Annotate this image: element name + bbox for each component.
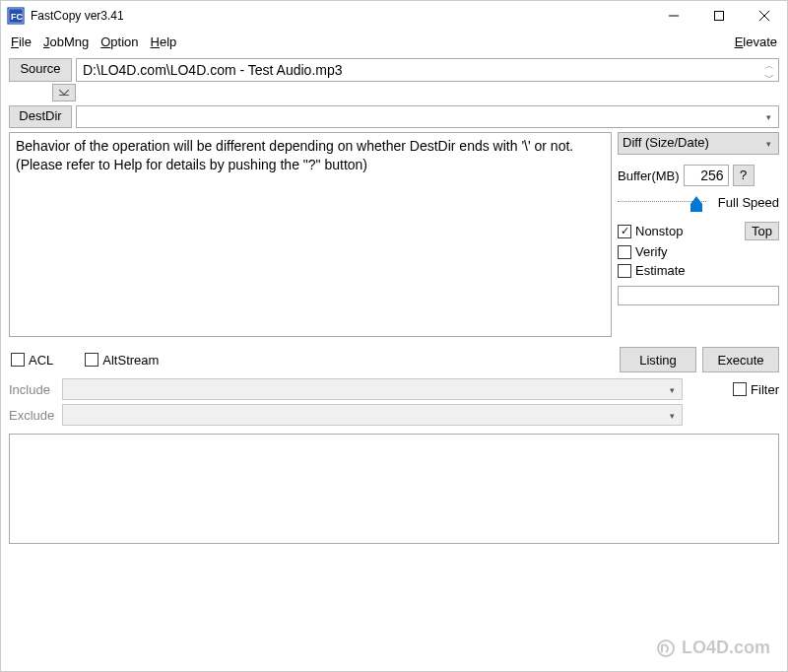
minimize-button[interactable] [651, 1, 696, 31]
source-value: D:\LO4D.com\LO4D.com - Test Audio.mp3 [83, 62, 343, 78]
info-line2: (Please refer to Help for details by pus… [16, 156, 605, 174]
mode-value: Diff (Size/Date) [623, 135, 709, 150]
menu-jobmng[interactable]: JobMng [37, 34, 95, 50]
verify-label: Verify [635, 244, 668, 259]
maximize-button[interactable] [696, 1, 742, 31]
svg-marker-8 [690, 196, 702, 212]
acl-label: ACL [29, 353, 53, 368]
menu-elevate[interactable]: Elevate [731, 34, 781, 50]
menu-option[interactable]: Option [95, 34, 144, 50]
altstream-label: AltStream [102, 353, 159, 368]
close-button[interactable] [742, 1, 787, 31]
destdir-combo[interactable]: ▾ [76, 105, 779, 128]
menu-file[interactable]: File [5, 34, 37, 50]
exclude-label: Exclude [9, 408, 62, 423]
svg-rect-4 [715, 12, 724, 21]
svg-point-9 [658, 640, 674, 656]
source-button[interactable]: Source [9, 58, 72, 82]
top-button[interactable]: Top [745, 222, 779, 240]
app-icon: FC [7, 7, 25, 25]
window-title: FastCopy ver3.41 [31, 9, 124, 23]
info-line1: Behavior of the operation will be differ… [16, 137, 605, 156]
chevron-down-icon[interactable]: ▾ [760, 135, 776, 152]
info-panel: Behavior of the operation will be differ… [9, 132, 612, 337]
nonstop-label: Nonstop [635, 224, 683, 238]
destdir-button[interactable]: DestDir [9, 105, 72, 128]
listing-button[interactable]: Listing [620, 347, 696, 372]
acl-checkbox[interactable] [11, 353, 25, 367]
filter-checkbox[interactable] [733, 382, 747, 396]
menubar: File JobMng Option Help Elevate [1, 31, 787, 52]
source-input[interactable]: D:\LO4D.com\LO4D.com - Test Audio.mp3 ︿ … [76, 58, 779, 82]
chevron-down-icon[interactable]: ▾ [664, 407, 680, 424]
log-panel [9, 434, 779, 544]
help-button[interactable]: ? [733, 165, 755, 186]
filter-label: Filter [751, 382, 779, 397]
verify-checkbox[interactable] [618, 245, 631, 259]
altstream-checkbox[interactable] [85, 353, 98, 367]
buffer-label: Buffer(MB) [618, 168, 680, 183]
svg-text:FC: FC [11, 12, 23, 22]
menu-help[interactable]: Help [145, 34, 183, 50]
speed-slider[interactable]: Full Speed [618, 192, 779, 218]
include-combo[interactable]: ▾ [62, 378, 683, 400]
chevron-down-icon[interactable]: ▾ [664, 381, 680, 398]
window-controls [651, 1, 787, 31]
scroll-up-icon[interactable]: ︿ [760, 60, 777, 72]
chevron-down-icon[interactable]: ▾ [760, 108, 776, 125]
nonstop-checkbox[interactable]: ✓ [618, 225, 631, 238]
estimate-label: Estimate [635, 263, 686, 278]
status-box [618, 286, 779, 305]
mode-combo[interactable]: Diff (Size/Date) ▾ [618, 132, 779, 155]
watermark: LO4D.com [656, 638, 770, 658]
slider-thumb[interactable] [690, 192, 702, 212]
scroll-down-icon[interactable]: ﹀ [760, 72, 777, 84]
buffer-input[interactable] [684, 165, 729, 186]
titlebar: FC FastCopy ver3.41 [1, 1, 787, 31]
include-label: Include [9, 382, 62, 397]
exclude-combo[interactable]: ▾ [62, 404, 683, 426]
execute-button[interactable]: Execute [702, 347, 779, 372]
source-history-dropdown[interactable] [52, 84, 76, 101]
source-scrollbar[interactable]: ︿ ﹀ [760, 60, 777, 80]
estimate-checkbox[interactable] [618, 264, 631, 278]
speed-label: Full Speed [718, 195, 779, 210]
